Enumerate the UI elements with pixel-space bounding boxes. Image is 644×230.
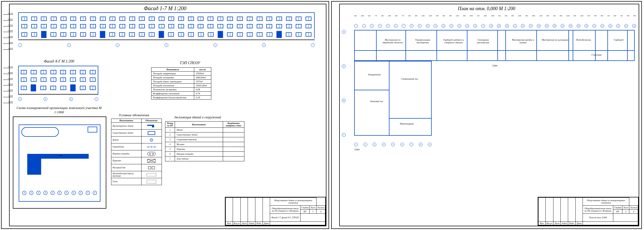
legend-cell: Парковка — [111, 157, 142, 164]
grid-bubble: В — [69, 97, 73, 101]
window-icon — [217, 17, 223, 21]
window-icon — [227, 24, 233, 28]
dim-value: 640 — [512, 15, 514, 17]
window-icon — [286, 17, 292, 21]
tree-icon — [78, 190, 83, 196]
expl-num: 2 — [165, 132, 175, 137]
stamp2-sheet: 2 — [622, 210, 629, 214]
site-plan: Шк — [13, 116, 106, 209]
stamp2-object: Общеобразовательная школа на 432 учащихс… — [583, 206, 613, 214]
window-icon — [276, 24, 282, 28]
expl-name: Школа — [175, 128, 223, 132]
tep-cell: 25920м² — [194, 72, 211, 76]
window-icon — [149, 32, 155, 37]
expl-coord — [223, 128, 244, 132]
dim-value: 320 — [607, 15, 610, 17]
tep-cell: 19241,66м² — [194, 84, 211, 88]
expl-coord — [223, 137, 244, 142]
tep-cell: 1972м² — [194, 80, 211, 84]
legend-symbol — [141, 150, 162, 157]
window-icon — [266, 24, 272, 28]
plan-title: План на отм. 0,000 М 1:200 — [332, 6, 641, 11]
grid-bubble: 35 — [624, 24, 628, 28]
window-icon — [247, 24, 253, 28]
legend-symbol — [141, 157, 162, 164]
svg-point-17 — [80, 192, 81, 193]
window-icon — [188, 32, 194, 37]
grid-bubble: 24 — [537, 24, 541, 28]
tree-icon — [85, 190, 90, 196]
stamp2-project: Общественное здание из мелкоразмерных эл… — [583, 198, 629, 206]
facade-1-7: +9,100 +8,900 +7,400 +5,840 +2,840 0,000… — [18, 12, 315, 50]
grid-bubble: 16 — [473, 24, 477, 28]
dim-value: 320 — [620, 15, 623, 17]
dim-value: 640 — [415, 15, 417, 17]
tree-icon — [92, 190, 97, 196]
window-icon — [50, 86, 56, 90]
window-icon — [178, 32, 184, 37]
expl-name: Мусорка — [175, 142, 223, 147]
window-icon — [100, 17, 106, 21]
dim-value: 1293 — [388, 15, 391, 17]
legend-symbol — [141, 164, 162, 171]
stamp-project: Общественное здание из мелкоразмерных эл… — [270, 198, 316, 206]
tep-cell: 0,08 — [194, 88, 211, 92]
legend-symbol — [141, 178, 162, 185]
grid-bubble: 33 — [608, 24, 612, 28]
grid-bubble: 1 — [354, 24, 358, 28]
grid-bubble: А — [18, 97, 22, 101]
window-icon — [90, 24, 96, 28]
legend-cell: Автомобильная дорога, тротуар — [111, 171, 142, 178]
door-icon — [159, 31, 164, 38]
window-icon — [90, 86, 96, 90]
tree-icon — [36, 190, 41, 196]
grid-bubble: 25 — [545, 24, 549, 28]
expl-num: 6 — [165, 152, 175, 157]
window-icon — [90, 17, 96, 21]
window-icon — [51, 24, 57, 28]
grid-bubble: 31 — [592, 24, 596, 28]
dim-value: 620 — [354, 15, 357, 17]
svg-point-39 — [148, 181, 149, 181]
window-icon — [21, 32, 27, 37]
dim-value: 1263 — [539, 15, 542, 17]
dim-value: 1263 — [580, 15, 583, 17]
window-icon — [90, 32, 96, 37]
window-icon — [70, 32, 76, 37]
window-icon — [109, 32, 115, 37]
grid-bubble: 18 — [489, 24, 493, 28]
stamp-object: Общеобразовательная школа на 432 учащихс… — [270, 206, 300, 214]
dim-value: 620 — [368, 15, 370, 17]
window-icon — [149, 17, 155, 21]
expl-name: Парковка — [175, 147, 223, 152]
window-icon — [139, 24, 145, 28]
dim-value: 620 — [443, 15, 445, 17]
stamp2-stage: КР — [613, 210, 622, 214]
grid-bubble: 8 — [419, 143, 423, 146]
window-icon — [227, 17, 233, 21]
expl-num: 1 — [165, 128, 175, 132]
door-icon — [41, 31, 46, 38]
dim-value: 640 — [525, 15, 528, 17]
window-icon — [257, 17, 263, 21]
window-icon — [139, 17, 145, 21]
window-icon — [31, 17, 37, 21]
window-icon — [70, 70, 76, 74]
grid-bubble: 36 — [632, 24, 636, 28]
dim-value: 640 — [627, 15, 629, 17]
window-icon — [306, 17, 311, 21]
stamp-sheets: 4 — [316, 210, 325, 214]
facade-a-g: +9,100 +8,900 +7,400 +5,840 +2,840 0,000… — [18, 66, 98, 103]
expl-name: Спортивная дорожка — [175, 137, 223, 142]
window-icon — [286, 24, 292, 28]
title-block-sheet2: Общественное здание из мелкоразмерных эл… — [538, 197, 639, 226]
tree-icon — [50, 190, 55, 196]
window-icon — [80, 32, 86, 37]
grid-bubble: 26 — [553, 24, 556, 28]
window-icon — [41, 77, 46, 82]
dim-value: 620 — [588, 15, 590, 17]
grid-bubble: 4 — [378, 24, 382, 28]
svg-point-40 — [150, 182, 151, 182]
legend-symbol — [141, 143, 162, 150]
window-icon — [61, 24, 67, 28]
